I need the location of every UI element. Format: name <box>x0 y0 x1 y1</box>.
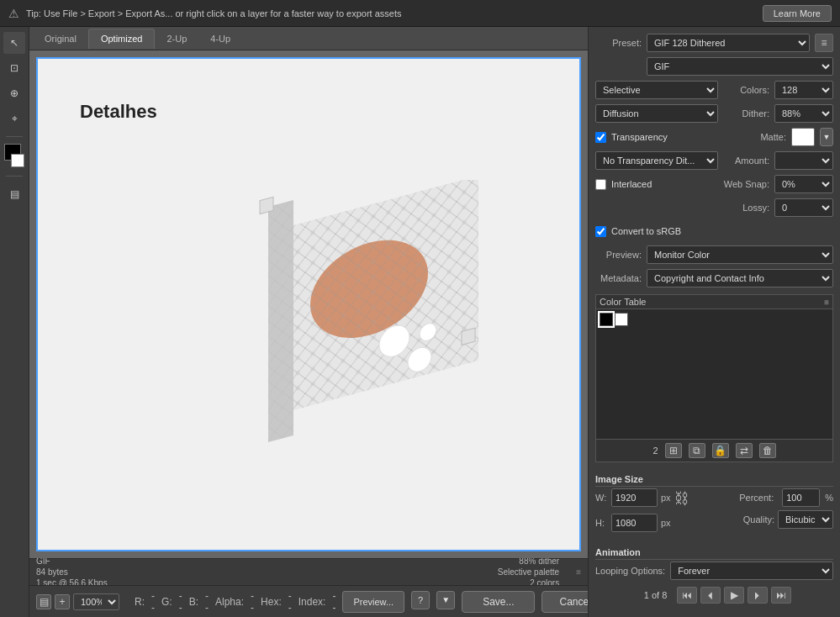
dropdown-arrow-button[interactable]: ▼ <box>436 591 455 609</box>
status-info-left: GIF 84 bytes 1 sec @ 56.6 Kbps <box>36 556 108 588</box>
dither-select[interactable]: 88% <box>774 104 833 123</box>
color-readout: R: -- G: -- B: -- Alpha: -- Hex: -- Inde… <box>135 590 335 614</box>
format-select[interactable]: GIF <box>647 57 833 76</box>
lossy-select[interactable]: 0 <box>774 198 833 217</box>
status-bar: GIF 84 bytes 1 sec @ 56.6 Kbps 88% dithe… <box>29 558 588 585</box>
layers-button[interactable]: ▤ <box>3 183 25 205</box>
alpha-value: -- <box>251 590 254 614</box>
pointer-tool-button[interactable]: ↖ <box>3 32 25 54</box>
colors-select[interactable]: 128 <box>774 81 833 99</box>
preset-menu-icon: ≡ <box>821 37 827 49</box>
toolbar-divider-2 <box>6 176 23 177</box>
anim-play-button[interactable]: ▶ <box>724 587 744 604</box>
w-label: W: <box>595 493 608 503</box>
color-cell-black[interactable] <box>600 313 613 326</box>
colors-label: Colors: <box>723 85 769 95</box>
status-info-right: 88% dither Selective palette 2 colors <box>498 556 559 588</box>
anim-back-button[interactable]: ⏴ <box>700 587 721 604</box>
preset-row: Preset: GIF 128 Dithered ≡ <box>595 34 833 52</box>
amount-select[interactable] <box>774 151 833 170</box>
looping-select[interactable]: Forever <box>670 562 833 580</box>
copy-color-button[interactable]: ⧉ <box>689 443 705 458</box>
metadata-row: Metadata: Copyright and Contact Info <box>595 269 833 287</box>
percent-label: Percent: <box>739 493 774 503</box>
matte-color-swatch[interactable] <box>791 128 815 146</box>
zoom-plus-button[interactable]: + <box>55 594 70 609</box>
metadata-select[interactable]: Copyright and Contact Info <box>647 269 833 287</box>
background-color[interactable] <box>11 154 24 167</box>
web-snap-select[interactable]: 0% <box>774 175 833 193</box>
anim-skip-forward-button[interactable]: ⏭ <box>771 587 791 604</box>
preset-select[interactable]: GIF 128 Dithered <box>647 34 810 52</box>
diffusion-select[interactable]: Diffusion <box>595 104 718 123</box>
tabs-bar: Original Optimized 2-Up 4-Up <box>29 27 588 50</box>
tab-2up[interactable]: 2-Up <box>155 29 198 49</box>
anim-forward-button[interactable]: ⏵ <box>748 587 768 604</box>
help-button[interactable]: ? <box>411 591 430 609</box>
canvas-image-area[interactable]: Detalhes <box>38 59 579 550</box>
learn-more-button[interactable]: Learn More <box>763 5 832 22</box>
delete-color-button[interactable]: 🗑 <box>759 443 776 458</box>
height-input[interactable] <box>611 514 658 532</box>
selective-select[interactable]: Selective <box>595 81 718 99</box>
color-table-menu-button[interactable]: ≡ <box>824 298 829 307</box>
r-label: R: <box>135 596 145 608</box>
h-px-unit: px <box>661 518 671 528</box>
interlaced-checkbox[interactable] <box>595 179 606 190</box>
anim-skip-back-button[interactable]: ⏮ <box>677 587 697 604</box>
diffusion-dither-row: Diffusion Dither: 88% <box>595 104 833 123</box>
percent-sign: % <box>825 493 833 503</box>
save-button[interactable]: Save... <box>462 591 535 613</box>
lossy-row: Lossy: 0 <box>595 198 833 217</box>
image-size-section: Image Size W: px H: px ⛓ Percent: <box>595 471 833 535</box>
convert-color-button[interactable]: ⇄ <box>736 443 753 458</box>
add-icon: ⊞ <box>669 445 678 456</box>
preview-button[interactable]: Preview... <box>342 591 404 613</box>
lock-icon: 🔒 <box>714 445 726 456</box>
no-transparency-select[interactable]: No Transparency Dit... <box>595 151 718 170</box>
bottom-controls-bar: ▤ + 100% R: -- G: -- B: -- Alpha: -- Hex… <box>29 585 588 617</box>
slice-tool-button[interactable]: ⊡ <box>3 57 25 79</box>
right-panel: Preset: GIF 128 Dithered ≡ GIF Selective… <box>588 27 840 617</box>
color-cell-white[interactable] <box>615 313 628 326</box>
link-proportions-icon[interactable]: ⛓ <box>674 490 689 508</box>
color-table-area: Color Table ≡ 2 ⊞ ⧉ 🔒 ⇄ 🗑 <box>595 294 833 462</box>
web-snap-label: Web Snap: <box>723 179 769 189</box>
play-icon: ▶ <box>731 589 738 601</box>
preset-menu-button[interactable]: ≡ <box>815 34 833 52</box>
matte-dropdown-button[interactable]: ▼ <box>820 128 833 146</box>
percent-section: Percent: % Quality: Bicubic <box>728 488 833 529</box>
tab-4up[interactable]: 4-Up <box>198 29 242 49</box>
transparency-checkbox[interactable] <box>595 132 606 143</box>
selective-colors-row: Selective Colors: 128 <box>595 81 833 99</box>
lock-color-button[interactable]: 🔒 <box>712 443 729 458</box>
looping-row: Looping Options: Forever <box>595 562 833 580</box>
copy-icon: ⧉ <box>693 445 700 456</box>
eyedropper-tool-button[interactable]: ⌖ <box>3 108 25 129</box>
zoom-control: ▤ + 100% <box>36 593 119 610</box>
canvas-title: Detalhes <box>80 101 157 123</box>
quality-select[interactable]: Bicubic <box>778 510 833 529</box>
tip-bar: ⚠ Tip: Use File > Export > Export As... … <box>0 0 840 27</box>
add-color-button[interactable]: ⊞ <box>665 443 682 458</box>
width-input[interactable] <box>611 488 658 507</box>
convert-srgb-checkbox[interactable] <box>595 226 606 237</box>
tab-original[interactable]: Original <box>33 29 88 49</box>
hex-label: Hex: <box>261 596 282 608</box>
looping-label: Looping Options: <box>595 566 665 576</box>
w-px-unit: px <box>661 493 671 503</box>
g-label: G: <box>161 596 172 608</box>
preview-select[interactable]: Monitor Color <box>647 245 833 264</box>
pointer-icon: ↖ <box>10 37 18 49</box>
percent-input[interactable] <box>782 488 820 507</box>
forward-icon: ⏵ <box>753 589 763 601</box>
color-swatches <box>4 144 24 169</box>
tab-optimized[interactable]: Optimized <box>88 29 156 49</box>
transparency-matte-row: Transparency Matte: ▼ <box>595 128 833 146</box>
animation-title: Animation <box>595 544 833 560</box>
anim-frame-count: 1 of 8 <box>644 590 668 600</box>
zoom-minus-button[interactable]: ▤ <box>36 594 51 609</box>
zoom-select[interactable]: 100% <box>73 593 119 610</box>
lossy-label: Lossy: <box>723 203 769 213</box>
zoom-tool-button[interactable]: ⊕ <box>3 82 25 104</box>
